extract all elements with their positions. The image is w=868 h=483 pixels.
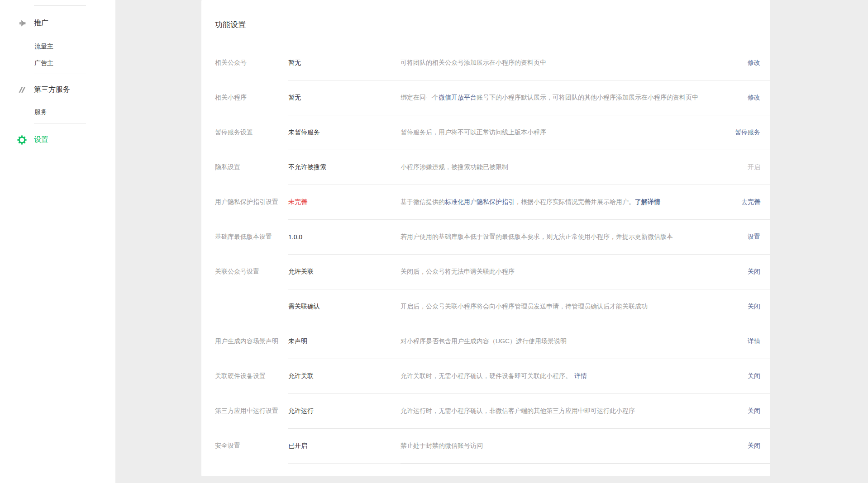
go-complete-link[interactable]: 去完善 [741, 198, 770, 206]
modify-link[interactable]: 修改 [748, 94, 770, 102]
row-value: 允许关联 [288, 268, 401, 276]
row-link-confirmation: 需关联确认 开启后，公众号关联小程序将会向小程序管理员发送申请，待管理员确认后才… [288, 289, 770, 324]
sidebar-section-third-party[interactable]: 第三方服务 [0, 84, 115, 95]
row-value: 允许关联 [288, 372, 401, 380]
desc-text: 禁止处于封禁的微信账号访问 [401, 442, 483, 449]
row-value: 需关联确认 [288, 303, 401, 311]
sidebar-item-label: 服务 [34, 108, 47, 115]
row-value: 允许运行 [288, 407, 401, 415]
learn-more-link[interactable]: 了解详情 [635, 198, 660, 205]
suspend-service-link[interactable]: 暂停服务 [735, 128, 770, 137]
details-link[interactable]: 详情 [748, 337, 770, 346]
sidebar-section-label: 设置 [34, 135, 48, 145]
row-description: 若用户使用的基础库版本低于设置的最低版本要求，则无法正常使用小程序，并提示更新微… [401, 233, 748, 241]
row-value-warning: 未完善 [288, 198, 401, 206]
desc-text: 账号下的小程序默认展示，可将团队的其他小程序添加展示在小程序的资料页中 [477, 94, 698, 101]
row-privacy-setting: 隐私设置 不允许被搜索 小程序涉嫌违规，被搜索功能已被限制 开启 [288, 150, 770, 185]
megaphone-icon [17, 19, 27, 28]
sidebar-item-label: 广告主 [34, 59, 53, 66]
desc-text: 绑定在同一个 [401, 94, 439, 101]
sidebar-item-service[interactable]: 服务 [0, 107, 115, 116]
row-value: 未暂停服务 [288, 128, 401, 137]
row-description: 对小程序是否包含用户生成内容（UGC）进行使用场景说明 [401, 337, 748, 346]
enable-link-disabled: 开启 [748, 163, 770, 171]
row-value: 未声明 [288, 337, 401, 346]
set-link[interactable]: 设置 [748, 233, 770, 241]
row-related-official-accounts: 相关公众号 暂无 可将团队的相关公众号添加展示在小程序的资料页中 修改 [288, 46, 770, 80]
close-link[interactable]: 关闭 [748, 407, 770, 415]
close-link[interactable]: 关闭 [748, 442, 770, 450]
desc-text: 对小程序是否包含用户生成内容（UGC）进行使用场景说明 [401, 337, 567, 345]
row-value: 1.0.0 [288, 233, 401, 241]
sidebar-divider [34, 74, 86, 74]
settings-table: 相关公众号 暂无 可将团队的相关公众号添加展示在小程序的资料页中 修改 相关小程… [215, 46, 770, 464]
row-hardware-device: 关联硬件设备设置 允许关联 允许关联时，无需小程序确认，硬件设备即可关联此小程序… [288, 359, 770, 394]
row-link-official-account: 关联公众号设置 允许关联 关闭后，公众号将无法申请关联此小程序 关闭 [288, 255, 770, 289]
page-title: 功能设置 [215, 19, 246, 30]
details-inline-link[interactable]: 详情 [574, 372, 587, 379]
row-value: 已开启 [288, 442, 401, 450]
row-description: 允许关联时，无需小程序确认，硬件设备即可关联此小程序。详情 [401, 372, 748, 380]
desc-text: ，根据小程序实际情况完善并展示给用户。 [515, 198, 635, 205]
sidebar-section-promotion[interactable]: 推广 [0, 17, 115, 29]
row-min-base-library: 基础库最低版本设置 1.0.0 若用户使用的基础库版本低于设置的最低版本要求，则… [288, 220, 770, 255]
row-description: 允许运行时，无需小程序确认，非微信客户端的其他第三方应用中即可运行此小程序 [401, 407, 748, 415]
gear-icon [17, 135, 27, 145]
row-privacy-guideline: 用户隐私保护指引设置 未完善 基于微信提供的标准化用户隐私保护指引，根据小程序实… [288, 185, 770, 220]
sidebar-divider [34, 123, 86, 123]
desc-text: 允许运行时，无需小程序确认，非微信客户端的其他第三方应用中即可运行此小程序 [401, 407, 635, 414]
row-description: 暂停服务后，用户将不可以正常访问线上版本小程序 [401, 128, 735, 137]
row-label: 相关公众号 [215, 59, 283, 67]
desc-text: 关闭后，公众号将无法申请关联此小程序 [401, 268, 515, 275]
row-label: 关联硬件设备设置 [215, 372, 283, 380]
sidebar-item-label: 流量主 [34, 43, 53, 50]
desc-text: 基于微信提供的 [401, 198, 445, 205]
sidebar-section-label: 推广 [34, 19, 48, 28]
close-link[interactable]: 关闭 [748, 268, 770, 276]
row-label: 用户生成内容场景声明 [215, 337, 283, 346]
row-description: 小程序涉嫌违规，被搜索功能已被限制 [401, 163, 748, 171]
row-description: 禁止处于封禁的微信账号访问 [401, 442, 748, 450]
row-security-setting: 安全设置 已开启 禁止处于封禁的微信账号访问 关闭 [288, 429, 770, 464]
sidebar-section-label: 第三方服务 [34, 85, 70, 95]
standard-privacy-guideline-link[interactable]: 标准化用户隐私保护指引 [445, 198, 515, 205]
row-label: 隐私设置 [215, 163, 283, 171]
desc-text: 若用户使用的基础库版本低于设置的最低版本要求，则无法正常使用小程序，并提示更新微… [401, 233, 673, 240]
close-link[interactable]: 关闭 [748, 372, 770, 380]
sidebar-section-settings[interactable]: 设置 [0, 134, 115, 146]
row-label: 第三方应用中运行设置 [215, 407, 283, 415]
desc-text: 可将团队的相关公众号添加展示在小程序的资料页中 [401, 59, 546, 66]
sidebar: 推广 流量主 广告主 第三方服务 服务 [0, 0, 115, 483]
row-third-party-run: 第三方应用中运行设置 允许运行 允许运行时，无需小程序确认，非微信客户端的其他第… [288, 394, 770, 429]
third-party-icon [17, 85, 27, 95]
table-bottom-divider [401, 464, 770, 464]
row-related-mini-programs: 相关小程序 暂无 绑定在同一个微信开放平台账号下的小程序默认展示，可将团队的其他… [288, 80, 770, 115]
row-value: 不允许被搜索 [288, 163, 401, 171]
row-label: 相关小程序 [215, 94, 283, 102]
row-description: 关闭后，公众号将无法申请关联此小程序 [401, 268, 748, 276]
modify-link[interactable]: 修改 [748, 59, 770, 67]
row-label: 基础库最低版本设置 [215, 233, 283, 241]
row-ugc-declaration: 用户生成内容场景声明 未声明 对小程序是否包含用户生成内容（UGC）进行使用场景… [288, 324, 770, 359]
row-label: 用户隐私保护指引设置 [215, 198, 283, 206]
row-description: 基于微信提供的标准化用户隐私保护指引，根据小程序实际情况完善并展示给用户。了解详… [401, 198, 741, 206]
wechat-open-platform-link[interactable]: 微信开放平台 [439, 94, 477, 101]
row-value: 暂无 [288, 59, 401, 67]
row-description: 可将团队的相关公众号添加展示在小程序的资料页中 [401, 59, 748, 67]
row-suspend-service: 暂停服务设置 未暂停服务 暂停服务后，用户将不可以正常访问线上版本小程序 暂停服… [288, 115, 770, 150]
desc-text: 小程序涉嫌违规，被搜索功能已被限制 [401, 163, 508, 170]
sidebar-item-traffic-master[interactable]: 流量主 [0, 42, 115, 51]
desc-text: 暂停服务后，用户将不可以正常访问线上版本小程序 [401, 128, 546, 136]
sidebar-divider [34, 5, 86, 6]
desc-text: 允许关联时，无需小程序确认，硬件设备即可关联此小程序。 [401, 372, 572, 379]
row-description: 开启后，公众号关联小程序将会向小程序管理员发送申请，待管理员确认后才能关联成功 [401, 303, 748, 311]
sidebar-item-advertiser[interactable]: 广告主 [0, 58, 115, 67]
row-label: 暂停服务设置 [215, 128, 283, 137]
row-label: 关联公众号设置 [215, 268, 283, 276]
feature-settings-panel: 功能设置 相关公众号 暂无 可将团队的相关公众号添加展示在小程序的资料页中 修改… [201, 0, 770, 476]
row-label: 安全设置 [215, 442, 283, 450]
row-value: 暂无 [288, 94, 401, 102]
close-link[interactable]: 关闭 [748, 303, 770, 311]
desc-text: 开启后，公众号关联小程序将会向小程序管理员发送申请，待管理员确认后才能关联成功 [401, 303, 648, 310]
row-description: 绑定在同一个微信开放平台账号下的小程序默认展示，可将团队的其他小程序添加展示在小… [401, 94, 748, 102]
